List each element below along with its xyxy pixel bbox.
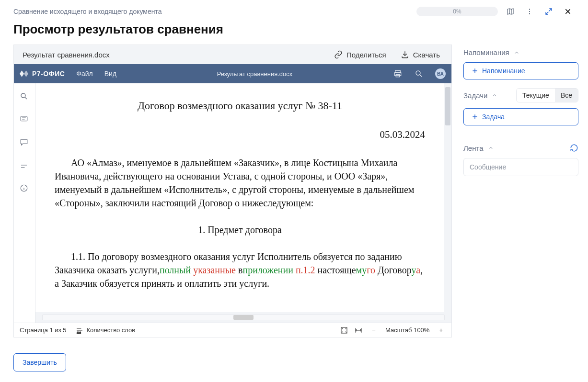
progress-bar: 0% [416,7,498,16]
diff-insert: му [356,265,367,275]
svg-point-2 [529,13,530,14]
horizontal-scrollbar[interactable] [35,312,451,323]
fit-page-icon[interactable] [340,326,348,334]
download-button[interactable]: Скачать [398,50,443,59]
document-page: Договор возмездного оказания услуг № 38-… [35,83,444,312]
doc-filename: Результат сравнения.docx [23,51,110,59]
reminders-title: Напоминания [463,48,509,56]
link-icon [334,50,343,59]
svg-point-1 [529,11,530,12]
brand: Р7-ОФИС [20,70,65,78]
menu-view[interactable]: Вид [104,70,116,78]
tasks-panel: Задачи Текущие Все Задача [463,88,578,125]
editor-title: Результат сравнения.docx [128,70,381,78]
diff-delete: указанные [193,265,238,275]
doc-title: Договор возмездного оказания услуг № 38-… [55,99,425,113]
word-count-button[interactable]: 123 Количество слов [73,326,138,335]
search-icon[interactable] [414,69,424,79]
page-title: Просмотр результатов сравнения [13,22,575,37]
diff-delete: а [416,265,420,275]
diff-insert: полный [160,265,193,275]
download-icon [401,50,409,59]
refresh-icon[interactable] [570,144,578,152]
svg-rect-8 [21,116,27,121]
tasks-filter: Текущие Все [516,88,578,102]
svg-rect-3 [395,70,401,73]
word-count-icon: 123 [76,326,83,334]
breadcrumb: Сравнение исходящего и входящего докумен… [13,8,161,15]
chevron-up-icon[interactable] [487,145,494,151]
share-button[interactable]: Поделиться [331,50,389,59]
menu-file[interactable]: Файл [76,70,92,78]
add-reminder-button[interactable]: Напоминание [463,62,578,79]
zoom-out-button[interactable]: − [369,326,379,334]
chevron-up-icon[interactable] [513,49,520,56]
svg-point-6 [416,71,420,75]
vertical-scrollbar[interactable] [444,83,451,312]
doc-paragraph-1-1: 1.1. По договору возмездного оказания ус… [55,250,425,290]
reminders-panel: Напоминания Напоминание [463,48,578,79]
svg-point-7 [21,93,25,98]
feed-panel: Лента Сообщение [463,144,578,176]
doc-paragraph-1: АО «Алмаз», именуемое в дальнейшем «Зака… [55,156,425,210]
page-info: Страница 1 из 5 [20,326,66,334]
tool-chat-icon[interactable] [20,138,29,147]
document-scroll[interactable]: Договор возмездного оказания услуг № 38-… [35,83,451,312]
finish-button[interactable]: Завершить [13,353,66,371]
share-label: Поделиться [346,51,386,59]
diff-insert: у [411,265,416,275]
map-icon[interactable] [504,5,517,18]
svg-text:123: 123 [77,331,81,334]
add-task-label: Задача [482,113,505,121]
tool-comment-icon[interactable] [20,115,29,124]
add-task-button[interactable]: Задача [463,108,578,125]
tool-info-icon[interactable] [20,184,29,193]
plus-icon [472,113,478,120]
diff-insert: приложении [242,265,295,275]
doc-subtitle: 1. Предмет договора [55,223,425,236]
brand-logo-icon [20,70,28,77]
progress-text: 0% [453,8,461,15]
feed-title: Лента [463,144,484,152]
svg-point-0 [529,9,530,10]
word-count-label: Количество слов [86,326,135,334]
print-icon[interactable] [393,69,403,79]
add-reminder-label: Напоминание [482,67,525,75]
chevron-up-icon[interactable] [491,92,498,99]
avatar[interactable]: ВА [435,68,446,79]
download-label: Скачать [413,51,440,59]
left-toolbar [14,83,35,323]
editor-header: Р7-ОФИС Файл Вид Результат сравнения.doc… [14,64,451,83]
tool-outline-icon[interactable] [20,161,29,170]
expand-icon[interactable] [542,5,555,18]
diff-delete: п.1.2 [296,265,315,275]
tasks-title: Задачи [463,91,487,100]
close-icon[interactable] [561,5,575,18]
fit-width-icon[interactable] [355,326,362,334]
zoom-in-button[interactable]: + [436,326,446,334]
diff-delete: го [367,265,375,275]
tool-search-icon[interactable] [20,92,29,101]
doc-date: 05.03.2024 [55,128,425,142]
statusbar: Страница 1 из 5 123 Количество слов − Ма… [14,323,451,337]
plus-icon [472,67,478,74]
more-icon[interactable] [523,5,536,18]
svg-rect-4 [394,73,401,76]
brand-text: Р7-ОФИС [32,70,65,78]
feed-input[interactable]: Сообщение [463,158,578,176]
tab-all[interactable]: Все [555,89,578,102]
tab-current[interactable]: Текущие [517,89,555,102]
zoom-label: Масштаб 100% [385,326,429,334]
document-panel: Результат сравнения.docx Поделиться Скач… [13,45,452,337]
